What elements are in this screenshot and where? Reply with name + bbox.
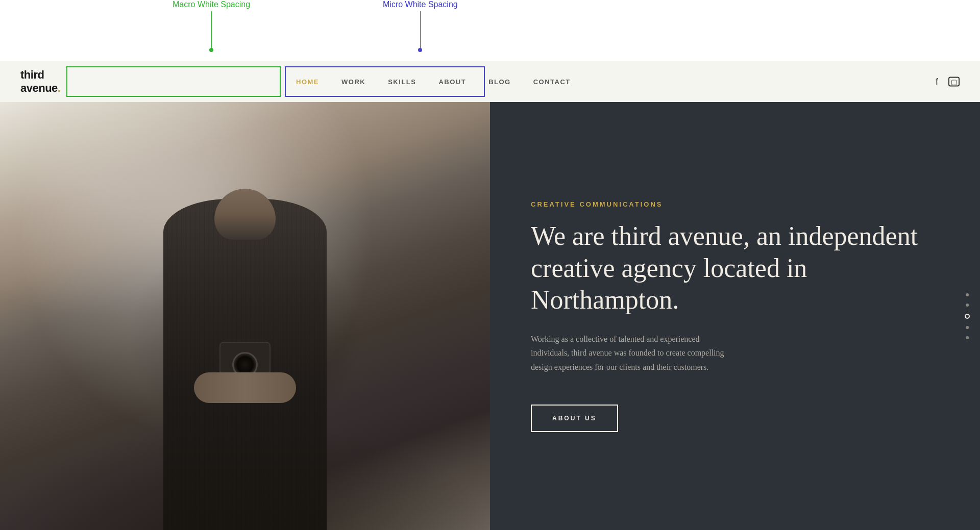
micro-dot <box>418 48 422 52</box>
micro-line <box>420 11 421 48</box>
about-us-button[interactable]: ABOUT US <box>531 405 618 432</box>
scroll-dots <box>965 293 970 339</box>
micro-annotation: Micro White Spacing <box>383 0 458 52</box>
header: thirdavenue. HOME WORK SKILLS ABOUT BLOG… <box>0 61 980 102</box>
nav-home[interactable]: HOME <box>285 78 330 86</box>
macro-dot <box>209 48 213 52</box>
social-icons: f ▢ <box>936 77 960 87</box>
figure-simulation <box>148 173 342 530</box>
hero-section: CREATIVE COMMUNICATIONS We are third ave… <box>0 102 980 530</box>
nav-skills[interactable]: SKILLS <box>377 78 427 86</box>
hero-body: Working as a collective of talented and … <box>531 332 735 374</box>
hero-image <box>0 102 490 530</box>
scroll-dot-2[interactable] <box>966 304 969 307</box>
scroll-dot-1[interactable] <box>966 293 969 296</box>
facebook-icon[interactable]: f <box>936 77 938 87</box>
nav-work[interactable]: WORK <box>330 78 377 86</box>
figure-body <box>163 199 327 530</box>
hero-content: CREATIVE COMMUNICATIONS We are third ave… <box>490 102 980 530</box>
main-nav: HOME WORK SKILLS ABOUT BLOG CONTACT <box>285 61 582 102</box>
scroll-dot-4[interactable] <box>966 326 969 329</box>
nav-blog[interactable]: BLOG <box>477 78 522 86</box>
logo[interactable]: thirdavenue. <box>20 68 60 95</box>
nav-contact[interactable]: CONTACT <box>522 78 582 86</box>
micro-label: Micro White Spacing <box>383 0 458 9</box>
macro-box-overlay <box>66 66 281 97</box>
annotation-bar: Macro White Spacing Micro White Spacing <box>0 0 980 61</box>
figure-head <box>214 189 276 240</box>
figure-hands <box>194 372 296 403</box>
hero-title: We are third avenue, an independent crea… <box>531 220 939 316</box>
logo-period: . <box>58 82 61 94</box>
macro-label: Macro White Spacing <box>173 0 250 9</box>
instagram-icon[interactable]: ▢ <box>948 77 960 87</box>
scroll-dot-3[interactable] <box>965 314 970 319</box>
hero-subtitle: CREATIVE COMMUNICATIONS <box>531 200 939 208</box>
macro-annotation: Macro White Spacing <box>173 0 250 52</box>
nav-about[interactable]: ABOUT <box>427 78 477 86</box>
scroll-dot-5[interactable] <box>966 336 969 339</box>
macro-line <box>211 11 212 48</box>
